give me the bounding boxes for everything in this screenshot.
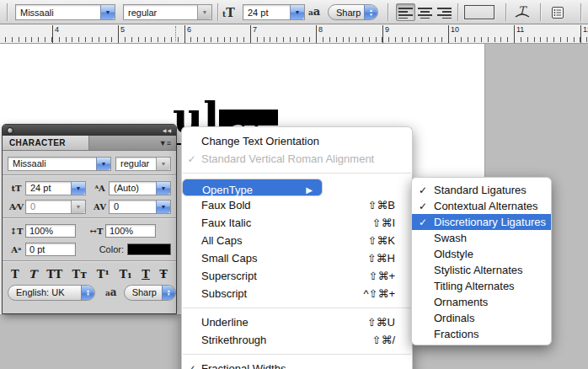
panel-title-bar[interactable]: ◀◀ (3, 125, 176, 136)
stepper-arrows-icon[interactable]: ▲▼ (81, 286, 94, 300)
font-family-select[interactable]: Missaali ▼ (15, 4, 115, 20)
panel-divider (3, 174, 176, 176)
submenu-item[interactable]: Fractions (412, 326, 551, 342)
vertical-scale-field[interactable]: 100% (25, 224, 76, 238)
superscript-button[interactable]: T¹ (97, 268, 110, 281)
panel-font-size-value: 24 pt (26, 183, 71, 193)
options-bar: Missaali ▼ regular ▼ tT 24 pt ▼ aa Sharp… (0, 0, 588, 24)
menu-item-label: Fractional Widths (201, 362, 383, 369)
submenu-item[interactable]: Stylistic Alternates (412, 262, 551, 278)
submenu-item[interactable]: ✓ Standard Ligatures (412, 182, 551, 198)
checkmark-icon: ✓ (182, 153, 201, 165)
menu-item-label: All Caps (201, 234, 355, 247)
dropdown-arrow-icon[interactable]: ▼ (100, 5, 115, 19)
menu-item[interactable]: Faux Italic ⇧⌘I (182, 214, 412, 232)
panel-close-icon[interactable] (7, 127, 13, 134)
ruler-unit-label: 9 (382, 25, 389, 34)
menu-item-label: Change Text Orientation (201, 135, 383, 147)
language-select[interactable]: English: UK ▲▼ (8, 285, 95, 301)
menu-item-label: Faux Italic (201, 217, 360, 229)
panel-font-size-select[interactable]: 24 pt ▼ (25, 181, 86, 195)
menu-item[interactable]: Small Caps ⇧⌘H (182, 249, 412, 267)
tab-character[interactable]: CHARACTER (3, 136, 89, 150)
align-right-button[interactable] (435, 3, 454, 21)
menu-item[interactable]: Superscript ⇧⌘+ (182, 267, 412, 285)
dropdown-arrow-icon[interactable]: ▼ (156, 182, 170, 195)
strikethrough-button[interactable]: Ŧ (159, 268, 168, 281)
stepper-arrows-icon[interactable]: ▲▼ (364, 5, 377, 19)
tracking-value: 0 (110, 201, 156, 211)
panel-anti-alias-select[interactable]: Sharp ▲▼ (124, 285, 176, 301)
all-caps-button[interactable]: TT (46, 268, 62, 281)
leading-select[interactable]: (Auto) ▼ (109, 181, 171, 195)
kerning-value: 0 (26, 201, 71, 211)
menu-item[interactable]: ✓ Fractional Widths (182, 360, 412, 369)
dropdown-arrow-icon[interactable]: ▼ (71, 182, 85, 195)
menu-item-label: Standard Vertical Roman Alignment (201, 152, 383, 165)
menu-item[interactable]: Subscript ^⇧⌘+ (182, 285, 412, 302)
faux-italic-button[interactable]: T (29, 268, 37, 281)
panel-font-family-select[interactable]: Missaali ▼ (8, 157, 111, 171)
toolbar-divider (217, 3, 218, 21)
style-toggle-row: T T TT Tᴛ T¹ T₁ T Ŧ (8, 265, 171, 282)
submenu-item[interactable]: ✓ Discretionary Ligatures (412, 214, 551, 230)
anti-alias-select[interactable]: Sharp ▲▼ (328, 4, 378, 20)
dropdown-arrow-icon[interactable]: ▼ (96, 158, 110, 170)
menu-item[interactable]: Underline ⇧⌘U (182, 313, 412, 331)
ruler-unit-label: 4 (52, 25, 59, 34)
align-left-button[interactable] (396, 3, 415, 21)
warp-text-button[interactable]: T (511, 3, 533, 21)
menu-item[interactable]: Faux Bold ⇧⌘B (182, 196, 412, 214)
align-center-button[interactable] (415, 3, 435, 21)
submenu-item-label: Fractions (434, 328, 542, 340)
submenu-item[interactable]: ✓ Contextual Alternates (412, 198, 551, 214)
menu-item-label: Subscript (201, 287, 351, 300)
menu-item (182, 349, 412, 360)
dropdown-arrow-icon[interactable]: ▼ (156, 201, 170, 213)
checkmark-icon: ✓ (182, 363, 201, 369)
menu-item[interactable]: OpenType ▶ (182, 179, 323, 196)
horizontal-scale-field[interactable]: 100% (105, 224, 156, 238)
font-style-select[interactable]: regular ▼ (123, 4, 212, 20)
submenu-item-label: Stylistic Alternates (434, 264, 542, 276)
checkmark-icon: ✓ (412, 184, 434, 196)
toolbar-divider (388, 3, 388, 21)
baseline-shift-field[interactable]: 0 pt (25, 243, 76, 256)
dropdown-arrow-icon[interactable]: ▼ (290, 5, 304, 19)
menu-item-label: OpenType (202, 184, 293, 196)
ruler-unit-label: 6 (184, 25, 191, 34)
submenu-item[interactable]: Ornaments (412, 294, 551, 310)
vertical-scale-icon: ↕T (8, 227, 25, 236)
panel-flyout-menu-icon[interactable]: ▼≡ (159, 136, 176, 150)
subscript-button[interactable]: T₁ (119, 268, 131, 281)
small-caps-button[interactable]: Tᴛ (72, 268, 87, 281)
menu-item-shortcut: ⇧⌘B (367, 199, 395, 211)
underline-button[interactable]: T (142, 268, 150, 281)
ruler-unit-label: 10 (448, 25, 459, 34)
submenu-item[interactable]: Ordinals (412, 310, 551, 326)
size-leading-row: tT 24 pt ▼ ᴬA (Auto) ▼ (8, 179, 171, 196)
submenu-item[interactable]: Swash (412, 230, 551, 246)
toggle-panels-icon (551, 6, 564, 19)
toolbar-divider (580, 3, 581, 21)
baseline-shift-icon: Aᵃ (8, 245, 25, 254)
menu-item[interactable]: Strikethrough ⇧⌘/ (182, 331, 412, 349)
font-size-select[interactable]: 24 pt ▼ (243, 4, 305, 20)
menu-item[interactable]: Change Text Orientation (182, 132, 412, 150)
panel-font-style-select[interactable]: regular ▼ (115, 157, 171, 171)
text-color-swatch[interactable] (127, 243, 171, 255)
toolbar-divider (540, 3, 541, 21)
text-color-swatch[interactable] (464, 5, 494, 19)
ruler-unit-label: 7 (250, 25, 257, 34)
toggle-panels-button[interactable] (547, 3, 569, 21)
submenu-item[interactable]: Oldstyle (412, 246, 551, 262)
submenu-item[interactable]: Titling Alternates (412, 278, 551, 294)
tracking-select[interactable]: 0 ▼ (109, 200, 171, 214)
menu-item-shortcut: ⇧⌘+ (369, 270, 395, 282)
collapse-to-icons-icon[interactable]: ◀◀ (163, 127, 172, 133)
kerning-select: 0 ▼ (25, 200, 86, 214)
anti-alias-icon: aa (105, 286, 117, 298)
faux-bold-button[interactable]: T (11, 268, 19, 281)
menu-item[interactable]: All Caps ⇧⌘K (182, 232, 412, 249)
stepper-arrows-icon[interactable]: ▲▼ (162, 286, 175, 300)
